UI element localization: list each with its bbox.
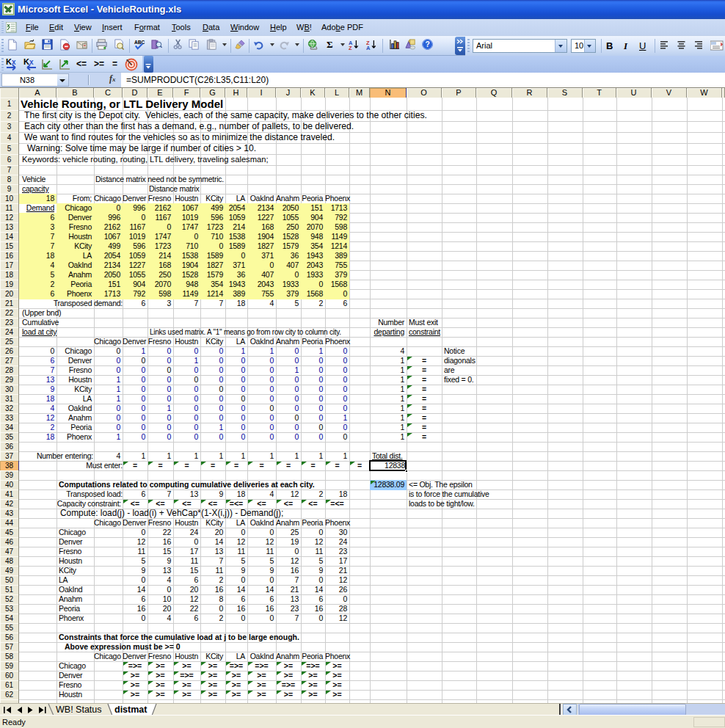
svg-text:?: ? [426, 40, 430, 48]
svg-text:ABC: ABC [134, 40, 145, 45]
svg-text:A: A [366, 45, 371, 51]
svg-text:Σ: Σ [327, 39, 333, 50]
svg-text:Z: Z [349, 45, 352, 51]
